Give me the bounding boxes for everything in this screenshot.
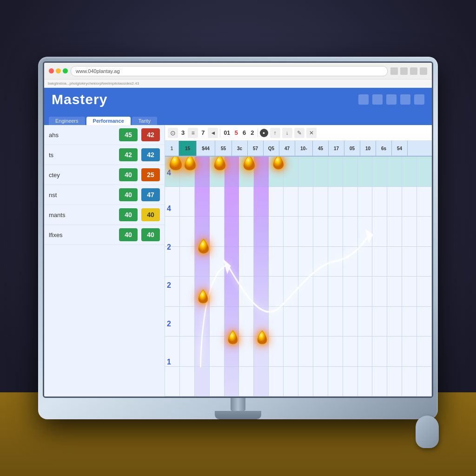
- app-content: ahs 45 42 ts 42 42 ctey 40 25: [44, 125, 432, 397]
- browser-icon-2[interactable]: [400, 67, 408, 75]
- monitor: www.040plantay.ag bakglinsloa...photglok…: [38, 57, 438, 419]
- grid-lines: .gc { border-right:1px solid #c8d8f0; bo…: [165, 157, 432, 397]
- bookmark-bar: bakglinsloa...photglokirychekiorpNeelmpi…: [44, 79, 432, 88]
- badge-lfixes-2: 40: [141, 228, 160, 241]
- badge-nst-1: 40: [119, 188, 138, 201]
- sidebar-label-lfixes: lfixes: [49, 231, 115, 238]
- grid-body: .gc { border-right:1px solid #c8d8f0; bo…: [165, 157, 432, 397]
- browser-icon-1[interactable]: [390, 67, 398, 75]
- browser-icon-4[interactable]: [420, 67, 427, 75]
- badge-mants-1: 40: [119, 208, 138, 221]
- row-label-4a: 4: [167, 169, 171, 177]
- toolbar-btn-edit[interactable]: ✎: [294, 128, 304, 138]
- header-icon-1[interactable]: [358, 94, 369, 105]
- row-label-4b: 4: [167, 205, 171, 213]
- toolbar-num-7: 7: [200, 129, 206, 136]
- tab-engineers[interactable]: Engineers: [49, 117, 85, 125]
- grid-header: 1 15 $44 55 3c 57 Q5 47 10- 45 17 05 10 …: [165, 141, 432, 157]
- main-grid-area: ⊙ 3 ≡ 7 ◄ 01 5 6 2 ● ↑ ↓ ✎: [165, 125, 432, 397]
- toolbar-btn-1[interactable]: ⊙: [168, 128, 178, 138]
- toolbar-btn-circle[interactable]: ●: [260, 129, 268, 137]
- tab-tarity[interactable]: Tarity: [132, 117, 157, 125]
- sidebar-label-nst: nst: [49, 192, 115, 198]
- toolbar-num-2: 2: [249, 129, 255, 136]
- sidebar-label-ctey: ctey: [49, 172, 115, 178]
- badge-mants-2: 40: [141, 208, 160, 221]
- row-label-2c: 2: [167, 320, 171, 328]
- monitor-stand-base: [215, 411, 261, 419]
- badge-ts-1: 42: [119, 148, 138, 161]
- tab-performance[interactable]: Performance: [86, 117, 131, 125]
- header-icon-5[interactable]: [414, 94, 424, 105]
- badge-ts-2: 42: [141, 148, 160, 161]
- sidebar-item-ts: ts 42 42: [44, 145, 165, 165]
- toolbar-btn-left[interactable]: ◄: [208, 128, 218, 138]
- toolbar-num-6: 6: [241, 129, 247, 136]
- app-header: Mastery: [44, 88, 432, 111]
- badge-nst-2: 47: [141, 188, 160, 201]
- toolbar-sep-1: [220, 129, 220, 137]
- browser-icon-3[interactable]: [410, 67, 417, 75]
- header-icon-3[interactable]: [386, 94, 397, 105]
- row-label-2a: 2: [167, 243, 171, 251]
- toolbar-sep-2: [258, 129, 258, 137]
- browser-action-icons: [390, 67, 427, 75]
- sidebar-item-mants: mants 40 40: [44, 205, 165, 225]
- browser-chrome: www.040plantay.ag: [44, 63, 432, 79]
- sidebar: ahs 45 42 ts 42 42 ctey 40 25: [44, 125, 165, 397]
- toolbar-btn-down[interactable]: ↓: [282, 128, 292, 138]
- toolbar-num-01: 01: [222, 130, 231, 136]
- mouse: [416, 416, 439, 448]
- toolbar-btn-close[interactable]: ✕: [306, 128, 317, 138]
- toolbar-btn-menu[interactable]: ≡: [188, 128, 198, 138]
- screen: www.040plantay.ag bakglinsloa...photglok…: [43, 61, 433, 398]
- badge-lfixes-1: 40: [119, 228, 138, 241]
- toolbar-btn-up[interactable]: ↑: [270, 128, 280, 138]
- sidebar-label-mants: mants: [49, 212, 115, 218]
- badge-ctey-1: 40: [119, 168, 138, 181]
- app-title: Mastery: [52, 92, 107, 107]
- sidebar-item-lfixes: lfixes 40 40: [44, 225, 165, 245]
- header-icon-4[interactable]: [400, 94, 410, 105]
- row-label-2b: 2: [167, 281, 171, 290]
- dot-green: [63, 68, 68, 73]
- sidebar-label-ahs: ahs: [49, 132, 115, 139]
- dot-red: [49, 68, 54, 73]
- badge-ctey-2: 25: [141, 168, 160, 181]
- sidebar-label-ts: ts: [49, 152, 115, 159]
- address-bar[interactable]: www.040plantay.ag: [71, 66, 388, 76]
- toolbar-num-5: 5: [233, 129, 239, 136]
- header-icon-2[interactable]: [372, 94, 383, 105]
- badge-ahs-2: 42: [141, 128, 160, 141]
- toolbar-num-3: 3: [180, 129, 186, 136]
- badge-ahs-1: 45: [119, 128, 138, 141]
- dot-yellow: [56, 68, 61, 73]
- nav-tabs: Engineers Performance Tarity: [44, 111, 432, 125]
- sidebar-item-ctey: ctey 40 25: [44, 165, 165, 185]
- browser-dots: [49, 68, 68, 73]
- sidebar-item-nst: nst 40 47: [44, 185, 165, 205]
- row-label-1: 1: [167, 358, 171, 366]
- grid-toolbar: ⊙ 3 ≡ 7 ◄ 01 5 6 2 ● ↑ ↓ ✎: [165, 125, 432, 141]
- sidebar-item-ahs: ahs 45 42: [44, 125, 165, 145]
- monitor-stand-neck: [231, 398, 245, 411]
